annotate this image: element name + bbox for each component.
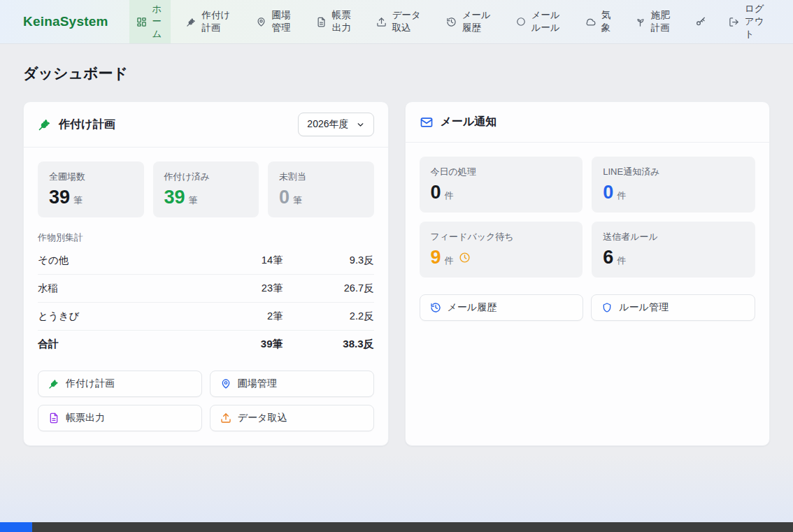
stat-value: 39	[49, 188, 70, 207]
main-content: ダッシュボード 作付け計画 2026年度 全圃場数 39筆	[0, 44, 793, 522]
crop-count: 14筆	[206, 254, 283, 267]
stat-unit: 件	[617, 189, 626, 202]
dashboard-icon	[136, 17, 147, 27]
stat-value: 0	[279, 188, 290, 207]
stat-feedback-waiting: フィードバック待ち 9 件	[420, 222, 583, 278]
map-pin-icon	[256, 17, 266, 27]
nav-item-report-output[interactable]: 帳票出力	[309, 0, 361, 43]
nav-item-weather[interactable]: 気象	[578, 0, 620, 43]
shield-icon	[601, 302, 613, 313]
crop-summary-caption: 作物別集計	[38, 231, 374, 244]
stat-unit: 筆	[293, 194, 302, 207]
stat-label: LINE通知済み	[603, 166, 744, 178]
data-import-button[interactable]: データ取込	[210, 405, 374, 431]
mail-history-button[interactable]: メール履歴	[420, 294, 584, 321]
crop-summary-table: その他 14筆 9.3反 水稲 23筆 26.7反 とうきび 2筆 2.2反	[38, 247, 374, 358]
card-title: メール通知	[441, 115, 497, 129]
file-text-icon	[316, 17, 327, 27]
mail-icon	[420, 115, 434, 129]
crop-name: とうきび	[38, 310, 206, 323]
wheat-icon	[38, 117, 52, 131]
wheat-icon	[186, 17, 197, 27]
stat-unit: 件	[617, 254, 626, 267]
stat-unit: 件	[445, 189, 454, 202]
upload-icon	[220, 412, 231, 424]
app-logo[interactable]: KeinaSystem	[0, 0, 118, 43]
crop-area: 26.7反	[283, 282, 374, 295]
table-row: 水稲 23筆 26.7反	[38, 275, 374, 303]
mail-card-header: メール通知	[406, 102, 770, 143]
button-label: ルール管理	[619, 301, 669, 314]
nav-item-label: 気象	[601, 9, 613, 34]
logout-icon	[729, 17, 739, 27]
file-text-icon	[48, 412, 59, 424]
key-icon	[695, 16, 706, 27]
cloud-icon	[585, 17, 596, 27]
nav-item-fertilization-plan[interactable]: 施肥計画	[628, 0, 680, 43]
top-nav-bar: KeinaSystem ホーム 作付け計画 圃場管理 帳票出力 データ取込 メー…	[0, 0, 793, 44]
stat-value: 39	[164, 188, 185, 207]
nav-item-mail-rules[interactable]: メールルール	[509, 0, 570, 43]
taskbar-blue-segment	[0, 522, 32, 532]
planting-plan-card-header: 作付け計画 2026年度	[24, 102, 388, 148]
nav-item-logout[interactable]: ログアウト	[722, 0, 773, 43]
stat-total-fields: 全圃場数 39筆	[38, 161, 144, 217]
nav-item-mail-history[interactable]: メール履歴	[439, 0, 501, 43]
nav-item-data-import[interactable]: データ取込	[369, 0, 431, 43]
stat-label: 作付け済み	[164, 171, 248, 183]
button-label: メール履歴	[448, 301, 497, 314]
card-title: 作付け計画	[59, 117, 115, 132]
button-label: 帳票出力	[66, 412, 105, 424]
year-select[interactable]: 2026年度	[298, 113, 373, 136]
stat-value: 6	[603, 248, 613, 267]
upload-icon	[376, 17, 387, 27]
nav-item-label: データ取込	[392, 9, 424, 34]
button-label: データ取込	[238, 412, 287, 424]
total-area: 38.3反	[283, 338, 374, 351]
total-count: 39筆	[206, 338, 283, 351]
stat-unit: 筆	[189, 194, 198, 207]
crop-name: 水稲	[38, 282, 206, 295]
table-total-row: 合計 39筆 38.3反	[38, 331, 374, 358]
nav-item-field-management[interactable]: 圃場管理	[249, 0, 301, 43]
total-label: 合計	[38, 338, 206, 351]
stat-label: 今日の処理	[431, 166, 572, 178]
rule-management-button[interactable]: ルール管理	[591, 294, 755, 321]
year-select-value: 2026年度	[307, 118, 348, 131]
sprout-icon	[635, 17, 645, 27]
report-output-button[interactable]: 帳票出力	[38, 405, 202, 431]
stat-value: 0	[603, 183, 613, 202]
crop-area: 9.3反	[283, 254, 374, 267]
button-label: 圃場管理	[238, 378, 277, 390]
stat-line-notified: LINE通知済み 0件	[592, 157, 755, 213]
bottom-taskbar-strip	[0, 522, 793, 532]
stat-unit: 件	[445, 254, 454, 267]
chevron-down-icon	[356, 120, 365, 129]
nav-item-planting-plan[interactable]: 作付け計画	[179, 0, 241, 43]
planting-plan-button[interactable]: 作付け計画	[38, 371, 202, 397]
history-icon	[430, 302, 441, 313]
stat-unit: 筆	[73, 194, 83, 207]
page-title: ダッシュボード	[23, 64, 770, 83]
wheat-icon	[48, 378, 59, 389]
stat-label: フィードバック待ち	[431, 231, 572, 243]
nav-item-password-key[interactable]	[688, 0, 713, 43]
stat-label: 全圃場数	[49, 171, 133, 183]
field-management-button[interactable]: 圃場管理	[210, 371, 374, 397]
stat-unassigned: 未割当 0筆	[268, 161, 374, 217]
nav-item-label: メール履歴	[462, 9, 494, 34]
mail-notification-card: メール通知 今日の処理 0件 LINE通知済み 0件 フィードバック待ち	[405, 101, 771, 446]
nav-item-label: 施肥計画	[651, 9, 673, 34]
stat-today-processed: 今日の処理 0件	[420, 157, 583, 213]
table-row: その他 14筆 9.3反	[38, 247, 374, 275]
circle-icon	[516, 17, 526, 27]
map-pin-icon	[220, 378, 231, 389]
planting-plan-card: 作付け計画 2026年度 全圃場数 39筆 作付け済み 39筆	[23, 101, 389, 446]
button-label: 作付け計画	[66, 378, 115, 390]
stat-value: 9	[431, 248, 441, 267]
nav-item-label: ログアウト	[745, 3, 766, 41]
nav-item-home[interactable]: ホーム	[129, 0, 171, 43]
crop-count: 23筆	[206, 282, 283, 295]
clock-icon	[459, 252, 471, 264]
stat-sender-rules: 送信者ルール 6件	[592, 222, 755, 278]
